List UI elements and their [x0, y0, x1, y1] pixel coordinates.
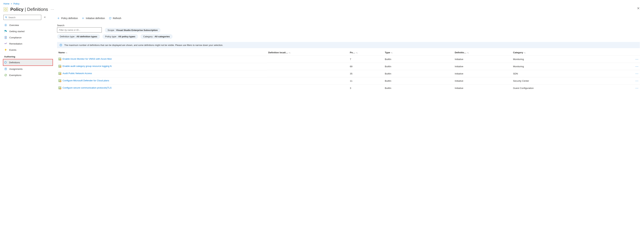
cell-category: Guest Configuration	[512, 84, 605, 92]
definition-link[interactable]: Audit Public Network Access	[62, 72, 92, 74]
cell-category: Monitoring	[512, 63, 605, 70]
refresh-button[interactable]: Refresh	[109, 17, 121, 20]
sort-icon: ↑↓	[289, 52, 291, 54]
sidebar-item-events[interactable]: Events	[4, 47, 53, 53]
cell-type: BuiltIn	[384, 77, 454, 84]
row-more-button[interactable]: ···	[636, 72, 638, 75]
row-more-button[interactable]: ···	[636, 58, 638, 61]
cell-type: BuiltIn	[384, 70, 454, 77]
events-icon	[4, 48, 7, 52]
sidebar-item-compliance[interactable]: Compliance	[4, 34, 53, 40]
sidebar-item-label: Definitions	[9, 61, 20, 64]
collapse-sidebar-icon[interactable]	[43, 16, 47, 19]
sort-icon: ↑↓	[524, 52, 526, 54]
breadcrumb-policy[interactable]: Policy	[14, 2, 20, 5]
table-row[interactable]: Configure secure communication protocols…	[57, 84, 640, 92]
sort-icon: ↑↓	[66, 52, 67, 54]
col-type[interactable]: Type↑↓	[384, 50, 454, 56]
definition-link[interactable]: Configure secure communication protocols…	[62, 86, 112, 89]
svg-point-3	[5, 16, 6, 18]
col-policies[interactable]: Po…↑↓	[348, 50, 384, 56]
sort-icon: ↑↓	[391, 52, 392, 54]
sidebar-item-label: Assignments	[9, 68, 22, 70]
sidebar-item-definitions[interactable]: Definitions	[3, 59, 52, 66]
toolbar: Policy definition Initiative definition …	[57, 15, 640, 22]
cell-category: Security Center	[512, 77, 605, 84]
sidebar-item-exemptions[interactable]: Exemptions	[4, 72, 53, 78]
definition-link[interactable]: Enable audit category group resource log…	[62, 65, 112, 68]
cell-definition: Initiative	[454, 70, 512, 77]
policy-type-filter-pill[interactable]: Policy type : All policy types	[102, 34, 138, 39]
table-row[interactable]: Audit Public Network Access35BuiltInInit…	[57, 70, 640, 77]
refresh-icon	[109, 17, 112, 20]
breadcrumb: Home > Policy	[0, 0, 644, 6]
col-location[interactable]: Definition locati…↑↓	[267, 50, 348, 56]
col-definition[interactable]: Definitio…↑↓	[454, 50, 512, 56]
toolbar-label: Initiative definition	[86, 17, 105, 20]
plus-icon	[82, 17, 84, 20]
cell-policies: 35	[348, 70, 384, 77]
scope-filter-pill[interactable]: Scope : Visual Studio Enterprise Subscri…	[105, 28, 160, 32]
cell-type: BuiltIn	[384, 63, 454, 70]
initiative-icon	[58, 79, 61, 82]
info-icon	[60, 44, 62, 46]
initiative-icon	[58, 58, 61, 60]
sort-icon: ↑↓	[356, 52, 358, 54]
cell-policies: 7	[348, 56, 384, 63]
table-row[interactable]: Enable audit category group resource log…	[57, 63, 640, 70]
col-name[interactable]: Name↑↓	[57, 50, 267, 56]
definition-link[interactable]: Configure Microsoft Defender for Cloud p…	[62, 79, 109, 82]
initiative-icon	[58, 72, 61, 75]
row-more-button[interactable]: ···	[636, 86, 638, 90]
exemptions-icon	[4, 74, 7, 77]
cell-definition: Initiative	[454, 56, 512, 63]
banner-text: The maximum number of definitions that c…	[64, 44, 223, 46]
main-content: Policy definition Initiative definition …	[53, 15, 644, 92]
row-more-button[interactable]: ···	[636, 79, 638, 82]
sidebar-item-label: Events	[9, 49, 16, 51]
remediation-icon	[4, 42, 7, 45]
new-policy-definition-button[interactable]: Policy definition	[57, 17, 78, 20]
definition-link[interactable]: Enable Azure Monitor for VMSS with Azure…	[62, 58, 112, 60]
sidebar-item-label: Exemptions	[9, 74, 22, 76]
cell-location	[267, 63, 348, 70]
breadcrumb-sep: >	[11, 2, 12, 5]
close-button[interactable]	[637, 7, 640, 11]
table-row[interactable]: Configure Microsoft Defender for Cloud p…	[57, 77, 640, 84]
cell-location	[267, 56, 348, 63]
sidebar-item-overview[interactable]: Overview	[4, 22, 53, 28]
definition-type-filter-pill[interactable]: Definition type : All definition types	[57, 34, 100, 39]
svg-marker-10	[5, 61, 6, 64]
col-category[interactable]: Category↑↓	[512, 50, 605, 56]
category-filter-pill[interactable]: Category : All categories	[140, 34, 172, 39]
cell-definition: Initiative	[454, 63, 512, 70]
definitions-icon	[4, 61, 7, 64]
policy-resource-icon	[4, 7, 8, 12]
initiative-icon	[58, 86, 61, 89]
cell-policies: 11	[348, 77, 384, 84]
compliance-icon	[4, 36, 7, 39]
sidebar-search-input[interactable]	[8, 16, 40, 19]
info-banner: The maximum number of definitions that c…	[57, 42, 640, 48]
sidebar-item-label: Overview	[9, 24, 19, 26]
sidebar-search[interactable]	[4, 15, 41, 20]
page-header: Policy | Definitions ···	[0, 6, 644, 15]
table-row[interactable]: Enable Azure Monitor for VMSS with Azure…	[57, 56, 640, 63]
sidebar-item-remediation[interactable]: Remediation	[4, 40, 53, 47]
row-more-button[interactable]: ···	[636, 65, 638, 68]
cell-category: Monitoring	[512, 56, 605, 63]
header-more-button[interactable]: ···	[51, 8, 54, 11]
breadcrumb-home[interactable]: Home	[4, 2, 10, 5]
svg-point-8	[5, 37, 6, 38]
sidebar-item-assignments[interactable]: Assignments	[4, 66, 53, 72]
filter-search-input[interactable]	[57, 27, 102, 32]
sidebar-item-getting-started[interactable]: Getting started	[4, 28, 53, 34]
cell-location	[267, 84, 348, 92]
new-initiative-definition-button[interactable]: Initiative definition	[82, 17, 105, 20]
search-label: Search	[57, 24, 102, 27]
highlight-annotation: Definitions	[3, 59, 53, 66]
toolbar-label: Refresh	[113, 17, 121, 20]
svg-rect-11	[5, 68, 6, 70]
definitions-table: Name↑↓ Definition locati…↑↓ Po…↑↓ Type↑↓…	[57, 50, 640, 92]
cell-type: BuiltIn	[384, 84, 454, 92]
